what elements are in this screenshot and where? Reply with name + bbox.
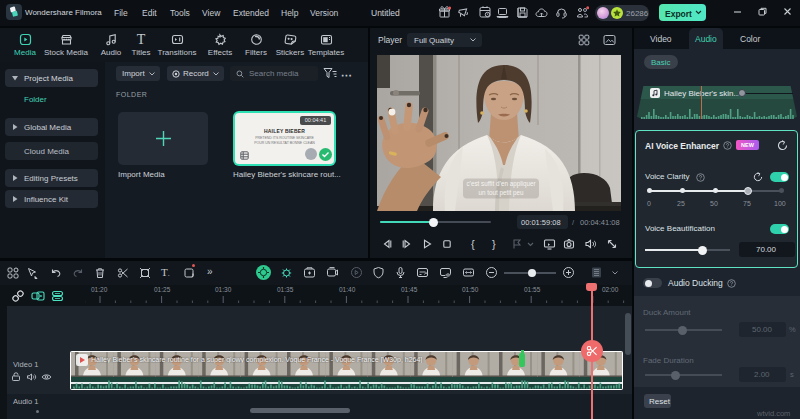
svg-text:c’est suffit d’en appliquer: c’est suffit d’en appliquer (466, 180, 535, 188)
svg-text:un tout petit peu: un tout petit peu (478, 189, 524, 197)
